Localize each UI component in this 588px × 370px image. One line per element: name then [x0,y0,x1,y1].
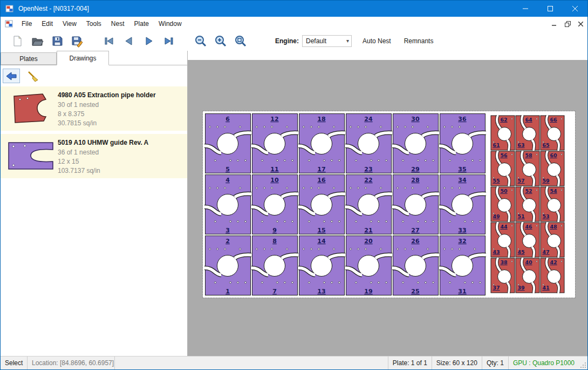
nested-guide-pair[interactable]: 8 7 [251,235,298,296]
svg-text:3: 3 [225,227,230,234]
nested-holder-pair[interactable]: 66 65 [540,115,565,151]
nest-canvas[interactable]: 6 5 12 11 [188,51,587,356]
zoom-fit-button[interactable] [233,33,249,49]
drawing-size: 8 x 8.375 [58,110,184,119]
mdi-minimize-button[interactable] [549,18,560,29]
nested-guide-pair[interactable]: 26 25 [392,235,439,296]
close-button[interactable] [563,1,587,17]
mdi-restore-button[interactable] [562,18,573,29]
mdi-restore-icon [565,21,571,27]
purple-grid: 6 5 12 11 [204,113,486,296]
open-button[interactable] [29,33,45,49]
nested-guide-pair[interactable]: 4 3 [204,174,251,235]
nested-guide-pair[interactable]: 10 9 [251,174,298,235]
nav-prev-button[interactable] [121,33,137,49]
remnants-button[interactable]: Remnants [402,35,436,47]
svg-text:22: 22 [364,177,372,184]
resize-grip[interactable] [579,356,587,369]
nested-guide-pair[interactable]: 28 27 [392,174,439,235]
statusbar: Select Location: [84.8696, 60.6957] Plat… [1,356,587,369]
svg-text:48: 48 [550,224,557,230]
part-thumbnail-guide [4,137,58,176]
nested-holder-pair[interactable]: 64 63 [515,115,540,151]
svg-text:38: 38 [500,259,508,265]
svg-text:11: 11 [270,166,278,173]
nested-holder-pair[interactable]: 50 49 [490,186,515,222]
part-thumbnail-holder [4,89,58,128]
tabstrip: Plates Drawings [1,51,187,65]
nested-guide-pair[interactable]: 6 5 [204,113,251,174]
drawing-item[interactable]: 5019 A10 UHMW guide Rev. A 36 of 1 neste… [1,134,187,178]
svg-text:26: 26 [411,238,420,245]
menu-plate[interactable]: Plate [129,17,154,31]
nested-guide-pair[interactable]: 36 35 [439,113,486,174]
svg-text:43: 43 [493,249,500,255]
svg-text:64: 64 [525,117,532,123]
svg-text:34: 34 [458,177,467,184]
close-icon [572,6,578,11]
nav-last-button[interactable] [161,33,177,49]
nested-holder-pair[interactable]: 56 55 [490,151,515,186]
engine-select[interactable]: Default ▾ [302,35,352,47]
nested-guide-pair[interactable]: 16 15 [298,174,345,235]
save-button[interactable] [49,33,65,49]
nav-first-button[interactable] [101,33,117,49]
menu-window[interactable]: Window [154,17,187,31]
nested-guide-pair[interactable]: 2 1 [204,235,251,296]
svg-text:7: 7 [272,288,277,295]
nested-holder-pair[interactable]: 60 59 [540,151,565,186]
auto-nest-button[interactable]: Auto Nest [360,35,393,47]
nested-holder-pair[interactable]: 40 39 [515,258,540,293]
svg-text:58: 58 [525,152,532,158]
nested-holder-pair[interactable]: 44 43 [490,222,515,258]
status-qty: Qty: 1 [482,356,508,369]
uhmw-guide-shape [6,140,55,172]
nested-guide-pair[interactable]: 14 13 [298,235,345,296]
svg-text:5: 5 [225,166,230,173]
svg-text:65: 65 [542,142,549,148]
plate[interactable]: 6 5 12 11 [203,111,575,298]
nested-holder-pair[interactable]: 46 45 [515,222,540,258]
nested-holder-pair[interactable]: 48 47 [540,222,565,258]
nested-holder-pair[interactable]: 42 41 [540,258,565,293]
clear-button[interactable] [24,69,42,83]
nested-guide-pair[interactable]: 18 17 [298,113,345,174]
save-as-button[interactable] [69,33,85,49]
svg-text:16: 16 [317,177,326,184]
nested-guide-pair[interactable]: 20 19 [345,235,392,296]
minimize-button[interactable] [513,1,538,17]
nested-guide-pair[interactable]: 32 31 [439,235,486,296]
nav-next-button[interactable] [141,33,157,49]
nested-holder-pair[interactable]: 58 57 [515,151,540,186]
nested-holder-pair[interactable]: 38 37 [490,258,515,293]
menu-nest[interactable]: Nest [106,17,129,31]
zoom-out-icon [194,34,208,48]
zoom-out-button[interactable] [193,33,209,49]
menu-edit[interactable]: Edit [37,17,58,31]
tab-drawings[interactable]: Drawings [57,51,109,65]
nested-guide-pair[interactable]: 30 29 [392,113,439,174]
zoom-in-button[interactable] [213,33,229,49]
menu-tools[interactable]: Tools [81,17,106,31]
nested-holder-pair[interactable]: 54 53 [540,186,565,222]
nested-holder-pair[interactable]: 62 61 [490,115,515,151]
tab-plates-label: Plates [19,55,37,63]
nested-guide-pair[interactable]: 24 23 [345,113,392,174]
menu-file[interactable]: File [17,17,37,31]
status-mode: Select [1,356,28,369]
svg-text:52: 52 [525,188,532,194]
maximize-button[interactable] [538,1,563,17]
nested-guide-pair[interactable]: 12 11 [251,113,298,174]
nested-holder-pair[interactable]: 52 51 [515,186,540,222]
drawing-nested-count: 36 of 1 nested [58,148,184,157]
svg-text:6: 6 [225,116,230,123]
window-title: OpenNest - [N0317-004] [18,5,89,12]
new-button[interactable] [9,33,25,49]
drawing-item[interactable]: 4980 A05 Extraction pipe holder 30 of 1 … [1,86,187,131]
tab-plates[interactable]: Plates [1,52,57,65]
nested-guide-pair[interactable]: 34 33 [439,174,486,235]
send-to-plate-button[interactable] [3,69,20,83]
menu-view[interactable]: View [58,17,81,31]
mdi-close-button[interactable] [575,18,586,29]
nested-guide-pair[interactable]: 22 21 [345,174,392,235]
